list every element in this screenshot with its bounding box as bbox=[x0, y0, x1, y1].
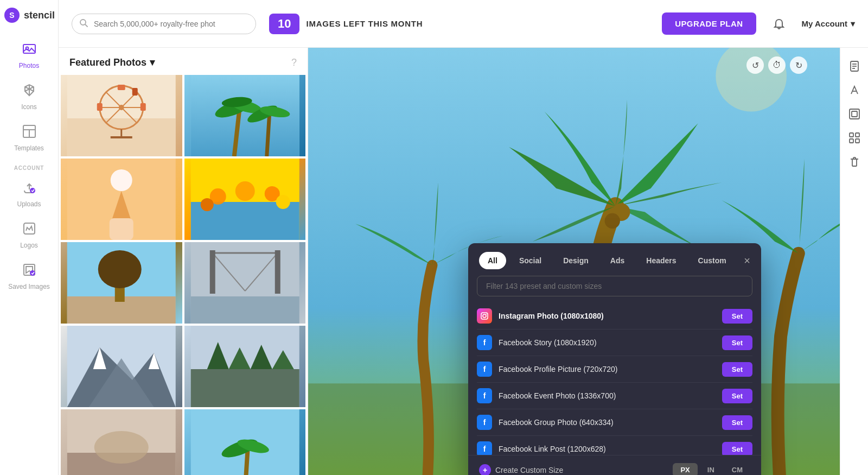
photo-cell-bottom-left[interactable] bbox=[61, 409, 182, 475]
set-facebook-group-button[interactable]: Set bbox=[722, 415, 752, 430]
list-item[interactable]: f Facebook Profile Picture (720x720) Set bbox=[477, 356, 752, 383]
set-facebook-profile-button[interactable]: Set bbox=[722, 362, 752, 377]
svg-rect-65 bbox=[190, 369, 299, 407]
list-item[interactable]: f Facebook Event Photo (1336x700) Set bbox=[477, 383, 752, 409]
sidebar-item-uploads[interactable]: Uploads bbox=[0, 173, 58, 214]
photo-cell-mountain[interactable] bbox=[61, 326, 182, 407]
create-custom-size-button[interactable]: + Create Custom Size bbox=[479, 464, 563, 476]
list-item[interactable]: Instagram Photo (1080x1080) Set bbox=[477, 303, 752, 330]
svg-point-47 bbox=[276, 195, 290, 209]
instagram-icon bbox=[477, 308, 492, 324]
add-icon: + bbox=[479, 464, 491, 476]
tab-custom[interactable]: Custom bbox=[690, 252, 735, 269]
tab-headers[interactable]: Headers bbox=[637, 252, 685, 269]
unit-px-button[interactable]: PX bbox=[673, 463, 697, 475]
size-list: Instagram Photo (1080x1080) Set f Facebo… bbox=[468, 303, 761, 455]
size-item-name: Instagram Photo (1080x1080) bbox=[499, 312, 716, 320]
grid-tool-button[interactable] bbox=[845, 128, 864, 148]
svg-rect-95 bbox=[856, 139, 859, 143]
sidebar-item-templates[interactable]: Templates bbox=[0, 117, 58, 159]
svg-rect-57 bbox=[209, 250, 215, 294]
svg-rect-25 bbox=[141, 103, 146, 111]
svg-rect-8 bbox=[24, 223, 35, 234]
set-instagram-photo-button[interactable]: Set bbox=[722, 309, 752, 324]
images-left-count: 10 bbox=[269, 14, 299, 34]
frame-tool-button[interactable] bbox=[845, 104, 864, 124]
header: 10 IMAGES LEFT THIS MONTH UPGRADE PLAN M… bbox=[59, 0, 868, 48]
set-facebook-link-button[interactable]: Set bbox=[722, 442, 752, 455]
list-item[interactable]: f Facebook Story (1080x1920) Set bbox=[477, 330, 752, 356]
create-custom-label: Create Custom Size bbox=[495, 466, 563, 474]
svg-rect-94 bbox=[850, 139, 853, 143]
logos-label: Logos bbox=[20, 242, 38, 249]
redo-button[interactable]: ↻ bbox=[790, 56, 807, 74]
tab-all[interactable]: All bbox=[479, 252, 506, 269]
search-icon bbox=[79, 18, 88, 29]
photo-cell-ferris[interactable] bbox=[61, 75, 182, 156]
facebook-icon: f bbox=[477, 335, 492, 350]
photo-panel-header: Featured Photos ▾ ? bbox=[59, 48, 308, 75]
stencil-logo-icon: S bbox=[3, 7, 21, 24]
size-search-input[interactable] bbox=[477, 276, 752, 296]
photo-cell-icecream[interactable] bbox=[61, 159, 182, 240]
sidebar-item-logos[interactable]: Logos bbox=[0, 214, 58, 256]
photo-cell-palm[interactable] bbox=[184, 75, 306, 156]
list-item[interactable]: f Facebook Link Post (1200x628) Set bbox=[477, 436, 752, 455]
search-bar-container bbox=[72, 14, 256, 34]
history-button[interactable]: ⏱ bbox=[768, 56, 786, 74]
svg-point-46 bbox=[200, 198, 213, 211]
right-toolbar bbox=[840, 48, 868, 475]
size-item-name: Facebook Link Post (1200x628) bbox=[499, 445, 716, 453]
tab-ads[interactable]: Ads bbox=[602, 252, 633, 269]
size-item-name: Facebook Profile Picture (720x720) bbox=[499, 365, 716, 373]
featured-photos-chevron-icon: ▾ bbox=[150, 56, 155, 68]
svg-point-7 bbox=[30, 188, 35, 193]
upgrade-plan-button[interactable]: UPGRADE PLAN bbox=[662, 12, 756, 35]
svg-rect-27 bbox=[118, 85, 125, 90]
my-account-button[interactable]: My Account ▾ bbox=[802, 19, 855, 29]
sidebar-item-photos[interactable]: Photos bbox=[0, 35, 58, 76]
size-item-name: Facebook Event Photo (1336x700) bbox=[499, 391, 716, 400]
sidebar-item-icons[interactable]: Icons bbox=[0, 76, 58, 117]
photo-cell-forest[interactable] bbox=[184, 326, 306, 407]
icons-icon bbox=[22, 83, 37, 100]
app-logo: S stencil bbox=[0, 7, 60, 24]
set-facebook-event-button[interactable]: Set bbox=[722, 389, 752, 403]
sidebar-item-saved-images[interactable]: Saved Images bbox=[0, 256, 58, 297]
tab-social[interactable]: Social bbox=[510, 252, 550, 269]
photos-icon bbox=[22, 41, 37, 59]
list-item[interactable]: f Facebook Group Photo (640x334) Set bbox=[477, 409, 752, 436]
svg-rect-92 bbox=[850, 133, 853, 137]
svg-rect-82 bbox=[481, 313, 488, 319]
svg-text:S: S bbox=[9, 11, 14, 20]
icons-label: Icons bbox=[21, 103, 37, 111]
svg-line-35 bbox=[266, 113, 269, 156]
saved-images-label: Saved Images bbox=[8, 283, 50, 290]
font-tool-button[interactable] bbox=[845, 80, 864, 100]
tab-design[interactable]: Design bbox=[554, 252, 597, 269]
uploads-icon bbox=[22, 180, 37, 197]
trash-tool-button[interactable] bbox=[845, 152, 864, 172]
photo-cell-tree[interactable] bbox=[61, 242, 182, 324]
photo-cell-bridge[interactable] bbox=[184, 242, 306, 324]
sidebar: S stencil Photos Icons bbox=[0, 0, 59, 475]
unit-in-button[interactable]: IN bbox=[700, 463, 722, 475]
svg-point-83 bbox=[483, 314, 486, 318]
canvas-controls: ↺ ⏱ ↻ bbox=[746, 56, 807, 74]
set-facebook-story-button[interactable]: Set bbox=[722, 335, 752, 350]
size-modal-close-button[interactable]: × bbox=[744, 255, 750, 266]
help-icon[interactable]: ? bbox=[291, 57, 297, 68]
page-tool-button[interactable] bbox=[845, 56, 864, 76]
search-input[interactable] bbox=[72, 14, 256, 34]
photo-cell-bottom-right[interactable] bbox=[184, 409, 306, 475]
account-section-label: ACCOUNT bbox=[14, 165, 44, 171]
content-row: Featured Photos ▾ ? bbox=[59, 48, 868, 475]
undo-button[interactable]: ↺ bbox=[746, 56, 764, 74]
photo-cell-flowers[interactable] bbox=[184, 159, 306, 240]
canvas-area: ↺ ⏱ ↻ All Social Design Ads Headers Cust… bbox=[308, 48, 840, 475]
svg-rect-97 bbox=[852, 159, 857, 166]
featured-photos-title[interactable]: Featured Photos ▾ bbox=[69, 56, 155, 68]
notification-icon[interactable] bbox=[769, 14, 789, 34]
templates-label: Templates bbox=[14, 144, 44, 152]
unit-cm-button[interactable]: CM bbox=[724, 463, 750, 475]
